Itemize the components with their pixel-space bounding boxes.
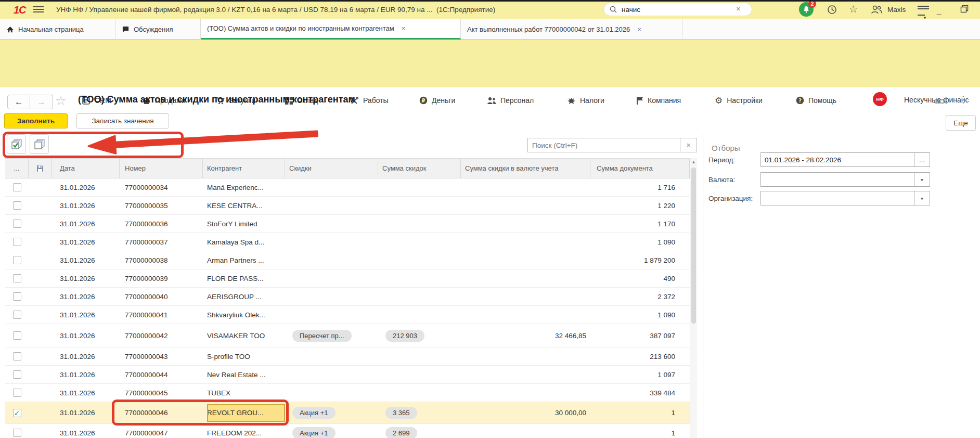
add-to-favorites-star-icon[interactable]: ☆ (55, 94, 67, 108)
tab-label: Обсуждения (134, 25, 173, 33)
table-row[interactable]: 31.01.2026 77000000040 AERISGROUP ... 2 … (5, 288, 690, 306)
currency-field[interactable] (760, 172, 914, 187)
table-row[interactable]: 31.01.2026 77000000044 Nev Real Estate .… (5, 366, 690, 384)
cell-acct-sum (461, 306, 590, 324)
global-search-field[interactable] (603, 3, 752, 16)
section-staff[interactable]: Персонал (487, 93, 534, 108)
table-row[interactable]: 31.01.2026 77000000034 Maná Experienc...… (5, 178, 690, 197)
section-help[interactable]: ? Помощь (796, 93, 836, 108)
cell-number: 77000000038 (120, 251, 203, 269)
table-row[interactable]: 31.01.2026 77000000045 TUBEX 339 484 (5, 384, 690, 402)
get-link-icon[interactable] (934, 96, 945, 107)
forward-button[interactable]: → (30, 95, 53, 109)
1c-application-window: 1С УНФ НФ / Управление нашей фирмой, ред… (0, 0, 980, 438)
row-checkbox[interactable] (13, 201, 21, 210)
current-user-label[interactable]: Maxis (887, 6, 906, 14)
column-header-date[interactable]: Дата (52, 159, 120, 178)
section-money[interactable]: ₽ Деньги (419, 93, 455, 108)
close-tab-icon[interactable]: × (402, 24, 406, 32)
table-row[interactable]: 31.01.2026 77000000041 Shkvaryliuk Olek.… (5, 306, 690, 324)
column-header-acct-sum[interactable]: Сумма скидки в валюте учета (461, 159, 590, 178)
svg-text:₽: ₽ (422, 98, 425, 104)
organization-field[interactable] (760, 191, 914, 205)
tab-act[interactable]: Акт выполненных работ 77000000042 от 31.… (461, 19, 682, 40)
table-vertical-scrollbar[interactable]: ▲ (690, 158, 697, 438)
tab-label: (ТОО) Сумма актов и скидки по иностранны… (207, 24, 394, 32)
row-checkbox[interactable] (13, 311, 21, 319)
more-actions-kebab-icon[interactable]: ⋮ (959, 94, 968, 105)
table-row[interactable]: 31.01.2026 77000000047 FREEDOM 202... Ак… (5, 424, 690, 438)
cell-doc-sum: 1 (590, 424, 690, 438)
tab-discussions[interactable]: Обсуждения (115, 19, 201, 40)
svg-text:?: ? (798, 97, 802, 104)
ruble-circle-icon: ₽ (419, 96, 428, 105)
column-header-discounts[interactable]: Скидки (285, 159, 378, 178)
cell-number: 77000000047 (120, 424, 203, 438)
history-icon[interactable] (827, 5, 837, 15)
row-checkbox[interactable]: ✓ (13, 409, 21, 417)
row-checkbox[interactable] (13, 429, 21, 437)
row-checkbox[interactable] (13, 183, 21, 191)
period-more-button[interactable]: ... (914, 152, 930, 167)
service-menu-icon[interactable]: ▼ (918, 4, 929, 19)
table-search-clear-icon[interactable]: × (680, 138, 697, 152)
row-checkbox[interactable] (13, 331, 21, 340)
users-icon[interactable] (871, 5, 882, 14)
column-header-save[interactable] (29, 159, 52, 178)
cell-acct-sum (461, 233, 590, 251)
table-row[interactable]: 31.01.2026 77000000043 S-profile TOO 213… (5, 347, 690, 366)
column-header-select[interactable]: ... (5, 159, 29, 178)
row-checkbox[interactable] (13, 238, 21, 246)
cell-date: 31.01.2026 (52, 269, 120, 287)
table-row[interactable]: 31.01.2026 77000000037 Kamalaya Spa d...… (5, 233, 690, 251)
restore-window-icon[interactable] (960, 5, 969, 13)
global-search-input[interactable] (621, 5, 727, 14)
section-company[interactable]: Компания (636, 93, 681, 108)
close-tab-icon[interactable]: × (637, 25, 641, 33)
cell-date: 31.01.2026 (52, 288, 120, 305)
column-header-contractor[interactable]: Контрагент (203, 159, 285, 178)
currency-dropdown-icon[interactable]: ▾ (914, 172, 930, 187)
cell-save (29, 324, 52, 347)
table-row[interactable]: 31.01.2026 77000000036 StoForY Limited 1… (5, 215, 690, 233)
section-works[interactable]: Работы (350, 93, 389, 108)
row-checkbox[interactable] (13, 220, 21, 228)
table-row[interactable]: ✓ 31.01.2026 77000000046 REVOLT GROU... … (5, 402, 690, 424)
panel-separator[interactable] (703, 134, 703, 438)
page-title: (ТОО) Сумма актов и скидки по иностранны… (78, 94, 355, 105)
nf-badge[interactable]: НФ (873, 92, 887, 106)
more-button[interactable]: Еще (946, 115, 976, 131)
row-checkbox[interactable] (13, 352, 21, 360)
cell-contractor: KESE CENTRA... (207, 202, 263, 210)
clear-search-icon[interactable]: × (736, 4, 741, 13)
column-header-doc-sum[interactable]: Сумма документа (590, 159, 690, 178)
column-header-number[interactable]: Номер (120, 159, 203, 178)
table-row[interactable]: 31.01.2026 77000000035 KESE CENTRA... 1 … (5, 197, 690, 215)
minimize-window-icon[interactable]: _ (937, 6, 941, 15)
column-header-discount-sum[interactable]: Сумма скидок (378, 159, 461, 178)
scrollbar-thumb[interactable] (691, 168, 696, 324)
table-row[interactable]: 31.01.2026 77000000042 VISAMAKER TOO Пер… (5, 324, 690, 347)
cell-save (29, 366, 52, 383)
cell-number: 77000000041 (120, 306, 203, 324)
section-settings[interactable]: ⚙ Настройки (715, 93, 763, 108)
row-checkbox[interactable] (13, 389, 21, 397)
row-checkbox[interactable] (13, 256, 21, 264)
row-checkbox[interactable] (13, 274, 21, 282)
section-taxes[interactable]: Налоги (567, 93, 604, 108)
back-button[interactable]: ← (7, 95, 30, 109)
tab-report-active[interactable]: (ТОО) Сумма актов и скидки по иностранны… (201, 19, 461, 40)
scroll-up-arrow-icon[interactable]: ▲ (690, 158, 697, 165)
table-search-field[interactable] (527, 138, 680, 152)
tab-home[interactable]: Начальная страница (0, 19, 115, 40)
row-checkbox[interactable] (13, 292, 21, 301)
favorites-star-icon[interactable]: ☆ (849, 3, 858, 15)
cell-date: 31.01.2026 (52, 233, 120, 251)
main-menu-icon[interactable] (33, 5, 44, 13)
table-row[interactable]: 31.01.2026 77000000039 FLOR DE PASS... 4… (5, 269, 690, 288)
table-search-input[interactable] (528, 141, 674, 150)
row-checkbox[interactable] (13, 370, 21, 379)
organization-dropdown-icon[interactable]: ▾ (914, 191, 930, 205)
table-row[interactable]: 31.01.2026 77000000038 Arman Partners ..… (5, 251, 690, 269)
period-field[interactable]: 01.01.2026 - 28.02.2026 (760, 152, 914, 167)
